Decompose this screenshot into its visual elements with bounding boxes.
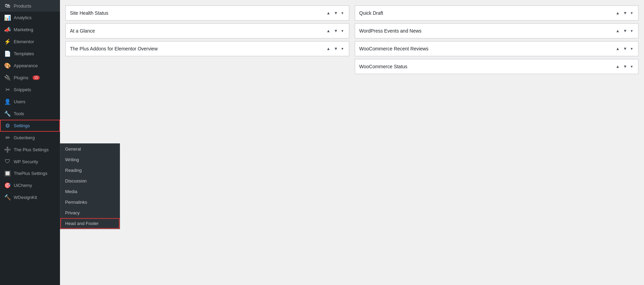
sidebar-item-templates[interactable]: 📄Templates: [0, 48, 60, 60]
widget-controls-woocommerce-status: ▲▼▾: [614, 63, 634, 70]
sidebar-item-tools[interactable]: 🔧Tools: [0, 108, 60, 120]
sidebar-item-products[interactable]: 🛍Products: [0, 0, 60, 12]
sidebar-label-tools: Tools: [14, 111, 24, 116]
widget-collapse-down-site-health-status[interactable]: ▼: [332, 10, 339, 16]
widget-controls-woocommerce-reviews: ▲▼▾: [614, 46, 634, 52]
settings-submenu: GeneralWritingReadingDiscussionMediaPerm…: [60, 143, 120, 229]
submenu-item-writing[interactable]: Writing: [60, 154, 120, 165]
widget-toggle-wp-events-news[interactable]: ▾: [629, 28, 634, 34]
badge-plugins: 15: [33, 75, 40, 80]
submenu-item-head-and-footer[interactable]: Head and Footer: [60, 218, 120, 229]
sidebar-label-settings: Settings: [14, 123, 30, 128]
sidebar-item-settings[interactable]: ⚙Settings: [0, 120, 60, 132]
settings-icon: ⚙: [4, 122, 11, 129]
sidebar-item-snippets[interactable]: ✂Snippets: [0, 84, 60, 96]
sidebar-item-uichemy[interactable]: 🎯UiChemy: [0, 179, 60, 191]
widget-collapse-up-site-health-status[interactable]: ▲: [325, 10, 332, 16]
widget-controls-wp-events-news: ▲▼▾: [614, 28, 634, 34]
wp-security-icon: 🛡: [4, 158, 11, 165]
widget-title-site-health-status: Site Health Status: [70, 10, 325, 16]
sidebar-label-uichemy: UiChemy: [14, 183, 32, 188]
widget-collapse-down-quick-draft[interactable]: ▼: [622, 10, 629, 16]
submenu-item-media[interactable]: Media: [60, 186, 120, 197]
users-icon: 👤: [4, 98, 11, 105]
sidebar-label-elementor: Elementor: [14, 39, 34, 44]
elementor-icon: ⚡: [4, 38, 11, 45]
widget-title-woocommerce-reviews: WooCommerce Recent Reviews: [359, 46, 614, 51]
sidebar-label-users: Users: [14, 99, 25, 104]
widget-toggle-plus-addons-overview[interactable]: ▾: [340, 46, 345, 52]
widget-at-a-glance: At a Glance▲▼▾: [65, 23, 349, 38]
sidebar-label-products: Products: [14, 3, 31, 9]
analytics-icon: 📊: [4, 14, 11, 21]
widget-collapse-up-quick-draft[interactable]: ▲: [614, 10, 621, 16]
sidebar-label-marketing: Marketing: [14, 27, 33, 32]
widget-title-woocommerce-status: WooCommerce Status: [359, 64, 614, 69]
widget-controls-at-a-glance: ▲▼▾: [325, 28, 345, 34]
sidebar-label-analytics: Analytics: [14, 15, 32, 20]
sidebar-item-users[interactable]: 👤Users: [0, 96, 60, 108]
submenu-item-reading[interactable]: Reading: [60, 165, 120, 176]
sidebar-item-analytics[interactable]: 📊Analytics: [0, 12, 60, 24]
widget-woocommerce-status: WooCommerce Status▲▼▾: [355, 59, 639, 74]
widget-collapse-down-plus-addons-overview[interactable]: ▼: [332, 46, 339, 52]
widget-toggle-site-health-status[interactable]: ▾: [340, 10, 345, 16]
sidebar-label-templates: Templates: [14, 51, 34, 56]
sidebar-item-wp-security[interactable]: 🛡WP Security: [0, 156, 60, 167]
sidebar-label-wdesignkit: WDesignKit: [14, 195, 37, 200]
sidebar-label-wp-security: WP Security: [14, 159, 38, 164]
widget-title-at-a-glance: At a Glance: [70, 28, 325, 34]
widget-collapse-up-wp-events-news[interactable]: ▲: [614, 28, 621, 34]
widget-controls-quick-draft: ▲▼▾: [614, 10, 634, 16]
sidebar-label-theplus-settings: ThePlus Settings: [14, 171, 47, 176]
widget-collapse-up-plus-addons-overview[interactable]: ▲: [325, 46, 332, 52]
the-plus-settings-icon: ➕: [4, 146, 11, 153]
widget-title-wp-events-news: WordPress Events and News: [359, 28, 614, 34]
widget-controls-plus-addons-overview: ▲▼▾: [325, 46, 345, 52]
templates-icon: 📄: [4, 50, 11, 57]
widget-collapse-down-woocommerce-status[interactable]: ▼: [622, 63, 629, 70]
widget-controls-site-health-status: ▲▼▾: [325, 10, 345, 16]
widget-collapse-up-woocommerce-reviews[interactable]: ▲: [614, 46, 621, 52]
widget-collapse-down-woocommerce-reviews[interactable]: ▼: [622, 46, 629, 52]
sidebar-label-gutenberg: Gutenberg: [14, 135, 35, 140]
widget-collapse-up-at-a-glance[interactable]: ▲: [325, 28, 332, 34]
wdesignkit-icon: 🔨: [4, 194, 11, 201]
marketing-icon: 📣: [4, 26, 11, 33]
submenu-item-general[interactable]: General: [60, 144, 120, 154]
sidebar-item-marketing[interactable]: 📣Marketing: [0, 24, 60, 36]
widget-toggle-quick-draft[interactable]: ▾: [629, 10, 634, 16]
left-column: Site Health Status▲▼▾At a Glance▲▼▾The P…: [65, 5, 349, 280]
sidebar-label-plugins: Plugins: [14, 75, 28, 80]
main-content: Site Health Status▲▼▾At a Glance▲▼▾The P…: [60, 0, 644, 285]
sidebar-item-appearance[interactable]: 🎨Appearance: [0, 60, 60, 72]
uichemy-icon: 🎯: [4, 182, 11, 189]
right-column: Quick Draft▲▼▾WordPress Events and News▲…: [355, 5, 639, 280]
products-icon: 🛍: [4, 3, 11, 9]
widget-collapse-down-at-a-glance[interactable]: ▼: [332, 28, 339, 34]
sidebar-item-gutenberg[interactable]: ✏Gutenberg: [0, 132, 60, 144]
sidebar-item-plugins[interactable]: 🔌Plugins15: [0, 72, 60, 84]
submenu-item-permalinks[interactable]: Permalinks: [60, 197, 120, 207]
submenu-item-privacy[interactable]: Privacy: [60, 207, 120, 218]
widget-collapse-down-wp-events-news[interactable]: ▼: [622, 28, 629, 34]
sidebar-label-snippets: Snippets: [14, 87, 31, 92]
widget-quick-draft: Quick Draft▲▼▾: [355, 5, 639, 21]
widget-collapse-up-woocommerce-status[interactable]: ▲: [614, 63, 621, 70]
widget-toggle-woocommerce-reviews[interactable]: ▾: [629, 46, 634, 52]
widget-woocommerce-reviews: WooCommerce Recent Reviews▲▼▾: [355, 41, 639, 56]
snippets-icon: ✂: [4, 86, 11, 93]
plugins-icon: 🔌: [4, 74, 11, 81]
sidebar-item-elementor[interactable]: ⚡Elementor: [0, 36, 60, 48]
sidebar-item-theplus-settings[interactable]: 🔲ThePlus Settings: [0, 167, 60, 179]
sidebar: 🛍Products📊Analytics📣Marketing⚡Elementor📄…: [0, 0, 60, 285]
appearance-icon: 🎨: [4, 62, 11, 69]
sidebar-item-wdesignkit[interactable]: 🔨WDesignKit: [0, 191, 60, 203]
sidebar-item-the-plus-settings[interactable]: ➕The Plus Settings: [0, 144, 60, 156]
widget-toggle-woocommerce-status[interactable]: ▾: [629, 63, 634, 70]
theplus-settings-icon: 🔲: [4, 170, 11, 177]
widget-plus-addons-overview: The Plus Addons for Elementor Overview▲▼…: [65, 41, 349, 56]
sidebar-label-the-plus-settings: The Plus Settings: [14, 147, 49, 152]
widget-toggle-at-a-glance[interactable]: ▾: [340, 28, 345, 34]
submenu-item-discussion[interactable]: Discussion: [60, 176, 120, 186]
